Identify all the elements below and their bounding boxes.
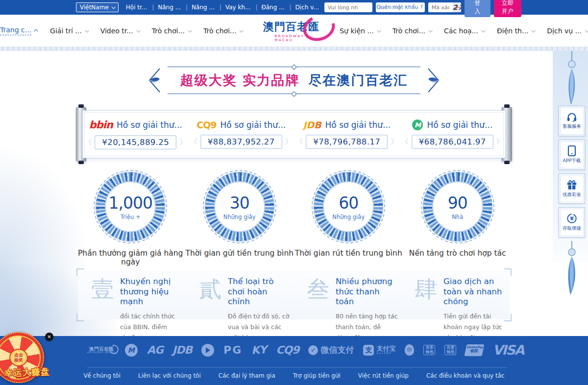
- language-select[interactable]: ViệtName: [76, 2, 119, 12]
- porcelain-ring: 90 Nhà: [423, 172, 492, 241]
- jackpot-amount: ¥88,837,952.27: [208, 137, 275, 146]
- nav-item-games-2[interactable]: Trò chơi...: [203, 27, 243, 35]
- footer: 澳門百老匯 BROADWAY MACAU M AG JDB PG KY CQ9 …: [0, 336, 588, 385]
- chevron-up-icon: [34, 29, 38, 33]
- nav-item-games-3[interactable]: Trò chơi...: [392, 27, 432, 35]
- banner-line-bottom: [168, 94, 420, 94]
- porcelain-ring: 30 Những giây: [205, 172, 274, 241]
- top-menu-item-nang1[interactable]: Nâng ...: [152, 4, 186, 11]
- captcha-image[interactable]: 2 7 0 3: [453, 2, 461, 12]
- chevron-down-icon: [240, 28, 244, 32]
- sidebar-item-app-download[interactable]: APP下载: [559, 140, 585, 170]
- ky-logo: KY: [251, 343, 267, 357]
- logo-brush-circle: [302, 15, 336, 43]
- banner-title-accent: 超级大奖 实力品牌: [180, 72, 299, 89]
- jackpot-amount: ¥68,786,041.97: [419, 137, 486, 146]
- captcha-digit: 2: [453, 3, 458, 11]
- wechat-check-icon: ✓: [308, 345, 318, 355]
- stat-withdraw-time: 60 Những giây Thời gian rút tiền trung b…: [294, 172, 403, 266]
- nav-item-entertainment[interactable]: Giải trí ...: [50, 27, 88, 35]
- nav-item-video[interactable]: Video tr...: [100, 27, 140, 35]
- login-button[interactable]: 登入: [465, 0, 490, 17]
- username-input[interactable]: [324, 2, 372, 12]
- baidu-wallet-logo: 百度 钱包: [444, 345, 456, 355]
- jackpot-amount-frame: ¥78,796,788.17: [306, 135, 388, 149]
- captcha-digit: 7: [457, 3, 461, 12]
- tassel-ornament-icon: [562, 241, 582, 296]
- frame-corner-icon: [504, 314, 512, 321]
- jackpot-item-cq9: CQ9 Hồ sơ giải thư... ¥88,837,952.27: [189, 111, 294, 158]
- close-icon[interactable]: ✕: [45, 333, 53, 341]
- footer-link-about[interactable]: Về chúng tôi: [83, 372, 121, 379]
- footer-link-withdraw-help[interactable]: Việc rút tiền giúp: [358, 372, 409, 379]
- login-area: Quên mật khẩu ? 2 7 0 3 登入 立即开户: [324, 0, 521, 17]
- jackpot-amount: ¥20,145,889.25: [102, 138, 169, 147]
- broadway-macau-logo: 澳門百老匯 BROADWAY MACAU: [87, 346, 116, 354]
- seal-three-icon: 叁: [307, 277, 329, 319]
- nav-item-events[interactable]: Sự kiện ...: [340, 27, 380, 35]
- nav-item-mobile[interactable]: Điện th...: [497, 27, 535, 35]
- coin-icon: ¥: [566, 213, 577, 224]
- spin-button[interactable]: 点击 抽奖: [9, 349, 28, 366]
- footer-link-terms[interactable]: Các điều khoản và quy tắc: [426, 372, 505, 379]
- main-nav: Trang c... Giải trí ... Video tr... Trò …: [0, 15, 588, 47]
- top-menu: Hội tr... Nâng ... Nâng ... Vay kh... Đă…: [121, 4, 324, 11]
- register-button[interactable]: 立即开户: [494, 0, 521, 17]
- jackpot-item-bbin: bbin Hồ sơ giải thư... ¥20,145,889.25: [83, 111, 189, 158]
- nav-item-services[interactable]: Dịch vụ ...: [547, 27, 588, 35]
- chevron-down-icon: [85, 28, 89, 32]
- chevron-down-icon: [188, 28, 192, 32]
- svg-text:¥: ¥: [570, 216, 574, 222]
- seal-four-icon: 肆: [415, 277, 437, 319]
- top-menu-item-dich[interactable]: Dịch v...: [290, 4, 324, 11]
- cq9-logo: CQ9: [276, 344, 299, 356]
- chevron-down-icon: [111, 5, 115, 9]
- chevron-down-icon: [585, 28, 588, 32]
- sidebar-item-customer-service[interactable]: 客服服务: [559, 106, 585, 136]
- top-menu-item-vay[interactable]: Vay kh...: [220, 4, 256, 11]
- chevron-down-icon: [532, 28, 536, 32]
- stat-deposit-time: 30 Những giây Thời gian gửi tiền trung b…: [185, 172, 294, 266]
- lucky-wheel-banner[interactable]: 幸运大赚盘: [0, 365, 56, 379]
- frame-corner-icon: [76, 314, 84, 321]
- lucky-wheel-popup: 点击 抽奖 幸运大赚盘 ✕: [0, 329, 59, 385]
- banner-title-main: 尽在澳门百老汇: [308, 72, 408, 89]
- partner-logos-row: 澳門百老匯 BROADWAY MACAU M AG JDB PG KY CQ9 …: [87, 342, 524, 358]
- dg-logo: [201, 344, 214, 357]
- tassel-ornament-icon: [562, 51, 582, 106]
- jackpot-amount: ¥78,796,788.17: [313, 137, 380, 146]
- jdb-logo: JDB: [172, 344, 192, 356]
- stats-row: 1,000 Triệu + Phần thưởng giảm giá hàng …: [76, 172, 512, 266]
- forgot-password-link[interactable]: Quên mật khẩu ?: [376, 4, 423, 10]
- top-menu-item-nang2[interactable]: Nâng ...: [186, 4, 220, 11]
- ornament-border-strip: [0, 47, 588, 51]
- jackpot-panel: bbin Hồ sơ giải thư... ¥20,145,889.25 CQ…: [82, 110, 506, 158]
- captcha-input[interactable]: [428, 2, 453, 12]
- footer-link-deposit-help[interactable]: Trợ giúp tiền gửi: [293, 372, 341, 379]
- sidebar-item-promotions[interactable]: 优惠彩金: [559, 173, 585, 204]
- feature-fast-secure: 肆 Giao dịch an toàn và nhanh chóng Tiền …: [402, 270, 510, 319]
- top-menu-item-hoi[interactable]: Hội tr...: [121, 4, 153, 11]
- chevron-down-icon: [481, 28, 485, 32]
- sidebar-item-deposit-withdraw[interactable]: ¥ 存取便捷: [559, 207, 585, 238]
- nav-item-home[interactable]: Trang c...: [0, 26, 38, 35]
- footer-link-contact[interactable]: Liên lạc với chúng tôi: [138, 372, 201, 379]
- nav-item-activities[interactable]: Các hoạ...: [444, 27, 485, 35]
- site-logo[interactable]: 澳門百老匯 BROADWAY MACAU: [258, 20, 324, 42]
- frame-corner-icon: [76, 268, 84, 276]
- unionpay-logo: UnionPay 银联: [465, 344, 485, 356]
- footer-links: Về chúng tôi Liên lạc với chúng tôi Các …: [0, 372, 588, 379]
- top-bar: ViệtName Hội tr... Nâng ... Nâng ... Vay…: [0, 0, 588, 15]
- cq9-logo: CQ9: [196, 120, 216, 130]
- phone-icon: [567, 145, 576, 156]
- visa-logo: VISA: [492, 342, 523, 358]
- top-menu-item-dang[interactable]: Đăng ...: [256, 4, 290, 11]
- floating-sidebar: 客服服务 APP下载 优惠彩金 ¥ 存取便捷: [558, 51, 586, 296]
- seal-two-icon: 貳: [199, 277, 221, 319]
- footer-link-agents[interactable]: Các đại lý tham gia: [219, 372, 275, 379]
- jackpot-item-m: M Hồ sơ giải thư... ¥68,786,041.97: [400, 111, 506, 158]
- nav-item-games-1[interactable]: Trò chơi...: [152, 27, 191, 35]
- banner-title: 超级大奖 实力品牌 尽在澳门百老汇: [0, 67, 588, 94]
- seal-one-icon: 壹: [91, 277, 114, 319]
- jdb-logo: JDB: [303, 120, 321, 130]
